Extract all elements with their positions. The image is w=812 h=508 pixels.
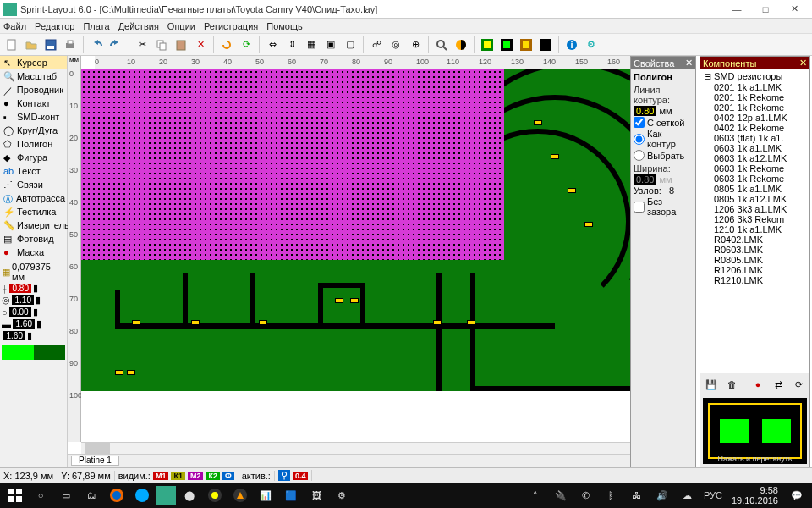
list-item[interactable]: 0603 1k a1.LMK bbox=[702, 143, 808, 153]
list-item[interactable]: 0603 (flat) 1k a1. bbox=[702, 133, 808, 143]
tool-photoview[interactable]: ▤Фотовид bbox=[0, 232, 67, 246]
save-icon[interactable] bbox=[42, 36, 59, 53]
mirror-h-icon[interactable]: ⇔ bbox=[264, 36, 281, 53]
app2-icon[interactable]: ⬤ bbox=[178, 485, 201, 505]
list-item[interactable]: 0201 1k a1.LMK bbox=[702, 82, 808, 92]
tray-onedrive-icon[interactable]: ☁ bbox=[676, 485, 700, 505]
list-item[interactable]: 0805 1k a12.LMK bbox=[702, 194, 808, 204]
skype-icon[interactable] bbox=[130, 485, 154, 505]
layer1-icon[interactable] bbox=[479, 36, 496, 53]
prop-smd-h[interactable]: 1.60 bbox=[3, 331, 25, 340]
prop-paddia[interactable]: 1.10 bbox=[12, 295, 34, 305]
app5-icon[interactable]: 📊 bbox=[254, 485, 277, 505]
start-icon[interactable] bbox=[3, 485, 27, 505]
list-item[interactable]: 0603 1k a12.LMK bbox=[702, 153, 808, 163]
menu-register[interactable]: Регистрация bbox=[204, 21, 258, 31]
tray-power-icon[interactable]: 🔌 bbox=[549, 485, 573, 505]
tool-autoroute[interactable]: ⒶАвтотрасса bbox=[0, 191, 67, 205]
menu-board[interactable]: Плата bbox=[83, 21, 109, 31]
tray-bt-icon[interactable]: ᛒ bbox=[600, 485, 623, 505]
comp-save-icon[interactable]: 💾 bbox=[703, 376, 720, 393]
tool-text[interactable]: abТекст bbox=[0, 164, 67, 178]
menu-actions[interactable]: Действия bbox=[118, 21, 159, 31]
menu-help[interactable]: Помощь bbox=[266, 21, 303, 31]
tool-cursor[interactable]: ↖Курсор bbox=[0, 56, 67, 69]
tool-connections[interactable]: ⋰Связи bbox=[0, 178, 67, 191]
app4-icon[interactable] bbox=[228, 485, 252, 505]
copy-icon[interactable] bbox=[153, 36, 170, 53]
list-item[interactable]: 0201 1k Rekome bbox=[702, 102, 808, 113]
drill-icon[interactable]: ⊕ bbox=[407, 36, 424, 53]
tray-notifications-icon[interactable]: 💬 bbox=[785, 485, 809, 505]
prop-drill[interactable]: 0.00 bbox=[9, 307, 31, 317]
components-tree[interactable]: ⊟ SMD резисторы 0201 1k a1.LMK 0201 1k R… bbox=[700, 69, 809, 373]
tool-test[interactable]: ⚡Тестилка bbox=[0, 205, 67, 218]
tool-mask[interactable]: ●Маска bbox=[0, 246, 67, 259]
as-outline-radio[interactable] bbox=[634, 134, 645, 145]
menu-edit[interactable]: Редактор bbox=[35, 21, 74, 31]
close-button[interactable]: ✕ bbox=[780, 2, 809, 17]
list-item[interactable]: R1210.LMK bbox=[702, 275, 808, 285]
tray-vol-icon[interactable]: 🔊 bbox=[650, 485, 674, 505]
tray-clock[interactable]: 9:5819.10.2016 bbox=[727, 485, 783, 505]
prop-smd-w[interactable]: 1.60 bbox=[13, 319, 35, 329]
list-item[interactable]: 1206 3k3 Rekom bbox=[702, 214, 808, 224]
print-icon[interactable] bbox=[62, 36, 79, 53]
rotate-icon[interactable] bbox=[218, 36, 235, 53]
component-preview[interactable]: Нажать и перетянуть bbox=[703, 398, 807, 464]
layer2-icon[interactable] bbox=[498, 36, 515, 53]
tool-shape[interactable]: ◆Фигура bbox=[0, 151, 67, 164]
comp-delete-icon[interactable]: 🗑 bbox=[723, 376, 740, 393]
with-grid-checkbox[interactable] bbox=[634, 117, 645, 128]
menu-options[interactable]: Опции bbox=[167, 21, 195, 31]
properties-close-icon[interactable]: ✕ bbox=[685, 58, 693, 69]
firefox-icon[interactable] bbox=[105, 485, 129, 505]
tray-net-icon[interactable]: 🖧 bbox=[625, 485, 649, 505]
app7-icon[interactable]: 🖼 bbox=[304, 485, 328, 505]
group-icon[interactable]: ▣ bbox=[322, 36, 339, 53]
app6-icon[interactable]: 🟦 bbox=[279, 485, 303, 505]
zoom-icon[interactable] bbox=[433, 36, 450, 53]
components-close-icon[interactable]: ✕ bbox=[799, 58, 807, 69]
h-scrollbar[interactable] bbox=[81, 442, 630, 454]
tool-smd[interactable]: ▪SMD-конт bbox=[0, 110, 67, 124]
no-gap-checkbox[interactable] bbox=[634, 202, 645, 213]
open-icon[interactable] bbox=[23, 36, 40, 53]
settings-icon[interactable]: ⚙ bbox=[583, 36, 600, 53]
maximize-button[interactable]: □ bbox=[751, 2, 780, 17]
cut-icon[interactable]: ✂ bbox=[134, 36, 151, 53]
list-item[interactable]: 0603 1k Rekome bbox=[702, 163, 808, 174]
minimize-button[interactable]: — bbox=[722, 2, 751, 17]
tray-lang[interactable]: РУС bbox=[701, 485, 725, 505]
list-item[interactable]: R0402.LMK bbox=[702, 235, 808, 245]
app3-icon[interactable] bbox=[203, 485, 227, 505]
search-icon[interactable]: ○ bbox=[29, 485, 52, 505]
taskview-icon[interactable]: ▭ bbox=[54, 485, 78, 505]
list-item[interactable]: R0603.LMK bbox=[702, 245, 808, 255]
tool-arc[interactable]: ◯Круг/Дуга bbox=[0, 124, 67, 137]
list-item[interactable]: 1210 1k a1.LMK bbox=[702, 224, 808, 235]
list-item[interactable]: 0805 1k a1.LMK bbox=[702, 184, 808, 194]
paste-icon[interactable] bbox=[173, 36, 189, 53]
layer-swatch[interactable] bbox=[2, 345, 65, 360]
list-item[interactable]: 0603 1k Rekome bbox=[702, 174, 808, 184]
tab-platine1[interactable]: Platine 1 bbox=[71, 456, 119, 466]
comp-rotate-icon[interactable]: ⟳ bbox=[790, 376, 807, 393]
explorer-icon[interactable]: 🗂 bbox=[80, 485, 103, 505]
list-item[interactable]: 1206 3k3 a1.LMK bbox=[702, 204, 808, 214]
app1-icon[interactable] bbox=[156, 486, 176, 505]
pcb-canvas[interactable] bbox=[81, 69, 630, 442]
list-item[interactable]: R1206.LMK bbox=[702, 265, 808, 275]
align-icon[interactable]: ▦ bbox=[303, 36, 320, 53]
list-item[interactable]: 0402 12p a1.LMK bbox=[702, 113, 808, 123]
info-icon[interactable]: i bbox=[563, 36, 580, 53]
tray-viber-icon[interactable]: ✆ bbox=[574, 485, 598, 505]
list-item[interactable]: 0402 1k Rekome bbox=[702, 123, 808, 133]
ungroup-icon[interactable]: ▢ bbox=[342, 36, 359, 53]
refresh-icon[interactable]: ⟳ bbox=[238, 36, 255, 53]
tool-polygon[interactable]: ⬠Полигон bbox=[0, 137, 67, 151]
tool-zoom[interactable]: 🔍Масштаб bbox=[0, 69, 67, 83]
list-item[interactable]: 0201 1k Rekome bbox=[702, 92, 808, 102]
redo-icon[interactable] bbox=[107, 36, 124, 53]
tool-measure[interactable]: 📏Измеритель bbox=[0, 218, 67, 232]
